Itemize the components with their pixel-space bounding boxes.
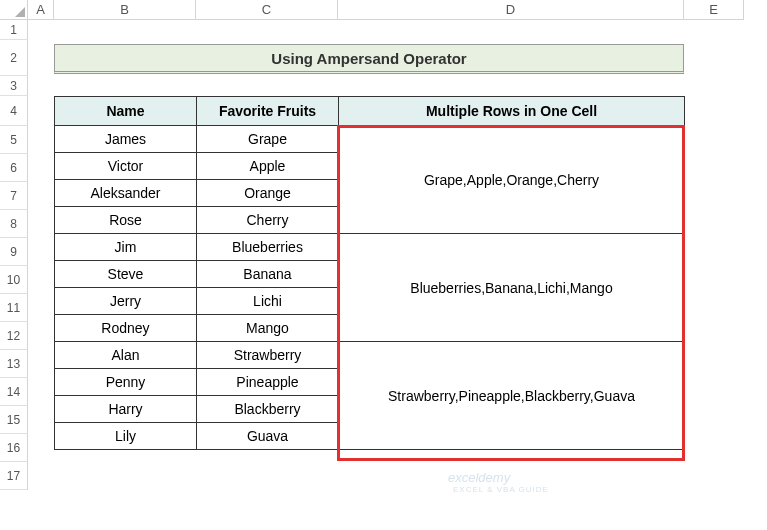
row-header-6[interactable]: 6 — [0, 154, 28, 182]
row-headers: 1 2 3 4 5 6 7 8 9 10 11 12 13 14 15 16 1… — [0, 20, 28, 490]
cell-name[interactable]: Rodney — [55, 315, 197, 342]
row-header-8[interactable]: 8 — [0, 210, 28, 238]
row-header-15[interactable]: 15 — [0, 406, 28, 434]
cell-fruit[interactable]: Guava — [197, 423, 339, 450]
table-row: Alan Strawberry Strawberry,Pineapple,Bla… — [55, 342, 685, 369]
row-header-13[interactable]: 13 — [0, 350, 28, 378]
cell-name[interactable]: James — [55, 126, 197, 153]
row-header-12[interactable]: 12 — [0, 322, 28, 350]
cell-name[interactable]: Alan — [55, 342, 197, 369]
cell-fruit[interactable]: Blackberry — [197, 396, 339, 423]
row-header-3[interactable]: 3 — [0, 76, 28, 96]
cell-name[interactable]: Penny — [55, 369, 197, 396]
header-name[interactable]: Name — [55, 97, 197, 126]
cell-fruit[interactable]: Mango — [197, 315, 339, 342]
cell-name[interactable]: Jerry — [55, 288, 197, 315]
cell-name[interactable]: Harry — [55, 396, 197, 423]
select-all-corner[interactable] — [0, 0, 28, 20]
cell-merged[interactable]: Grape,Apple,Orange,Cherry — [339, 126, 685, 234]
row-header-5[interactable]: 5 — [0, 126, 28, 154]
row-header-7[interactable]: 7 — [0, 182, 28, 210]
table-header-row: Name Favorite Fruits Multiple Rows in On… — [55, 97, 685, 126]
table-row: James Grape Grape,Apple,Orange,Cherry — [55, 126, 685, 153]
cell-fruit[interactable]: Apple — [197, 153, 339, 180]
column-headers-row: A B C D E — [0, 0, 767, 20]
cell-name[interactable]: Steve — [55, 261, 197, 288]
col-header-d[interactable]: D — [338, 0, 684, 20]
cell-fruit[interactable]: Banana — [197, 261, 339, 288]
cell-name[interactable]: Jim — [55, 234, 197, 261]
col-header-b[interactable]: B — [54, 0, 196, 20]
watermark-subtext: EXCEL & VBA GUIDE — [453, 485, 549, 494]
cell-fruit[interactable]: Blueberries — [197, 234, 339, 261]
col-header-c[interactable]: C — [196, 0, 338, 20]
header-fruits[interactable]: Favorite Fruits — [197, 97, 339, 126]
cell-fruit[interactable]: Lichi — [197, 288, 339, 315]
cell-merged[interactable]: Blueberries,Banana,Lichi,Mango — [339, 234, 685, 342]
row-header-1[interactable]: 1 — [0, 20, 28, 40]
row-header-9[interactable]: 9 — [0, 238, 28, 266]
row-header-16[interactable]: 16 — [0, 434, 28, 462]
cell-name[interactable]: Rose — [55, 207, 197, 234]
row-header-4[interactable]: 4 — [0, 96, 28, 126]
row-header-10[interactable]: 10 — [0, 266, 28, 294]
cell-name[interactable]: Victor — [55, 153, 197, 180]
cell-merged[interactable]: Strawberry,Pineapple,Blackberry,Guava — [339, 342, 685, 450]
cell-name[interactable]: Aleksander — [55, 180, 197, 207]
cell-name[interactable]: Lily — [55, 423, 197, 450]
row-header-2[interactable]: 2 — [0, 40, 28, 76]
col-header-a[interactable]: A — [28, 0, 54, 20]
title-cell[interactable]: Using Ampersand Operator — [54, 44, 684, 74]
row-header-17[interactable]: 17 — [0, 462, 28, 490]
cell-fruit[interactable]: Orange — [197, 180, 339, 207]
row-header-11[interactable]: 11 — [0, 294, 28, 322]
cell-fruit[interactable]: Cherry — [197, 207, 339, 234]
cell-fruit[interactable]: Strawberry — [197, 342, 339, 369]
cell-fruit[interactable]: Pineapple — [197, 369, 339, 396]
col-header-e[interactable]: E — [684, 0, 744, 20]
table-row: Jim Blueberries Blueberries,Banana,Lichi… — [55, 234, 685, 261]
watermark-text: exceldemy — [448, 470, 510, 485]
header-multi[interactable]: Multiple Rows in One Cell — [339, 97, 685, 126]
cell-fruit[interactable]: Grape — [197, 126, 339, 153]
data-table: Name Favorite Fruits Multiple Rows in On… — [54, 96, 685, 450]
row-header-14[interactable]: 14 — [0, 378, 28, 406]
